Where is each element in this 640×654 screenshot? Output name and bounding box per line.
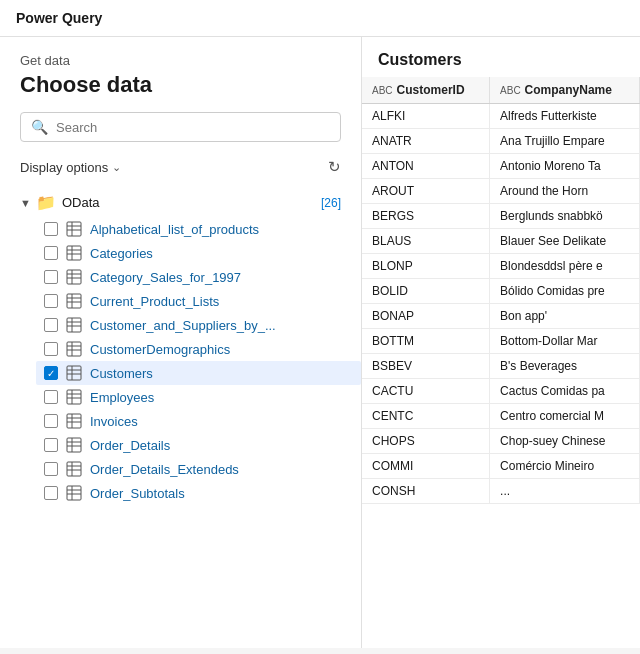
svg-rect-20 (67, 342, 81, 356)
app-title: Power Query (16, 10, 102, 26)
svg-rect-16 (67, 318, 81, 332)
title-bar: Power Query (0, 0, 640, 37)
tree-item-checkbox[interactable] (44, 414, 58, 428)
company-name-cell: Berglunds snabbkö (490, 204, 640, 229)
table-row: BERGSBerglunds snabbkö (362, 204, 640, 229)
display-options-button[interactable]: Display options ⌄ (20, 160, 121, 175)
customer-id-cell: ANATR (362, 129, 490, 154)
tree-item[interactable]: Employees (36, 385, 361, 409)
tree-item-label: Alphabetical_list_of_products (90, 222, 259, 237)
tree-item-label: Categories (90, 246, 153, 261)
tree-item-checkbox[interactable] (44, 486, 58, 500)
folder-name: OData (62, 195, 315, 210)
tree-item-checkbox[interactable]: ✓ (44, 366, 58, 380)
customer-id-cell: CACTU (362, 379, 490, 404)
tree-item-checkbox[interactable] (44, 294, 58, 308)
company-name-cell: Centro comercial M (490, 404, 640, 429)
table-type-icon (66, 365, 82, 381)
folder-row[interactable]: ▼ 📁 OData [26] (0, 188, 361, 217)
customer-id-cell: BOTTM (362, 329, 490, 354)
refresh-icon[interactable]: ↻ (328, 158, 341, 176)
tree-item-checkbox[interactable] (44, 270, 58, 284)
table-type-icon (66, 245, 82, 261)
company-name-cell: Ana Trujillo Empare (490, 129, 640, 154)
tree-item[interactable]: CustomerDemographics (36, 337, 361, 361)
left-panel: Get data Choose data 🔍 Display options ⌄… (0, 37, 362, 648)
tree-item[interactable]: Order_Details_Extendeds (36, 457, 361, 481)
customer-id-cell: BLONP (362, 254, 490, 279)
tree-item[interactable]: Customer_and_Suppliers_by_... (36, 313, 361, 337)
tree-item[interactable]: Order_Subtotals (36, 481, 361, 505)
company-name-cell: Around the Horn (490, 179, 640, 204)
table-row: BSBEVB's Beverages (362, 354, 640, 379)
table-row: COMMIComércio Mineiro (362, 454, 640, 479)
svg-rect-12 (67, 294, 81, 308)
table-type-icon (66, 221, 82, 237)
table-type-icon (66, 293, 82, 309)
company-name-cell: Blauer See Delikate (490, 229, 640, 254)
company-name-cell: Chop-suey Chinese (490, 429, 640, 454)
tree-item[interactable]: ✓ Customers (36, 361, 361, 385)
tree-item-checkbox[interactable] (44, 438, 58, 452)
search-icon: 🔍 (31, 119, 48, 135)
data-table-wrap[interactable]: ABC CustomerID ABC CompanyName ALFKIAlfr… (362, 77, 640, 648)
tree-root: ▼ 📁 OData [26] Alphabetical_list_of_prod… (0, 184, 361, 509)
tree-item-label: Order_Details (90, 438, 170, 453)
table-row: ANTONAntonio Moreno Ta (362, 154, 640, 179)
tree-item-checkbox[interactable] (44, 222, 58, 236)
table-column-header: ABC CompanyName (490, 77, 640, 104)
tree-item[interactable]: Current_Product_Lists (36, 289, 361, 313)
tree-item-label: Order_Subtotals (90, 486, 185, 501)
table-type-icon (66, 437, 82, 453)
svg-rect-24 (67, 366, 81, 380)
tree-item-label: CustomerDemographics (90, 342, 230, 357)
company-name-cell: Cactus Comidas pa (490, 379, 640, 404)
table-row: BOTTMBottom-Dollar Mar (362, 329, 640, 354)
tree-item-checkbox[interactable] (44, 462, 58, 476)
company-name-cell: Blondesddsl père e (490, 254, 640, 279)
customer-id-cell: ALFKI (362, 104, 490, 129)
table-type-icon (66, 269, 82, 285)
tree-item-label: Invoices (90, 414, 138, 429)
company-name-cell: Comércio Mineiro (490, 454, 640, 479)
tree-item[interactable]: Category_Sales_for_1997 (36, 265, 361, 289)
table-type-icon (66, 341, 82, 357)
customer-id-cell: AROUT (362, 179, 490, 204)
svg-rect-28 (67, 390, 81, 404)
display-options-label: Display options (20, 160, 108, 175)
tree-item-checkbox[interactable] (44, 246, 58, 260)
table-row: BOLIDBólido Comidas pre (362, 279, 640, 304)
table-row: BLAUSBlauer See Delikate (362, 229, 640, 254)
display-options-row: Display options ⌄ ↻ (0, 150, 361, 184)
table-type-icon (66, 389, 82, 405)
customer-id-cell: BLAUS (362, 229, 490, 254)
left-header: Get data Choose data 🔍 (0, 37, 361, 150)
tree-item[interactable]: Categories (36, 241, 361, 265)
tree-item-checkbox[interactable] (44, 318, 58, 332)
customer-id-cell: CHOPS (362, 429, 490, 454)
tree-item-checkbox[interactable] (44, 342, 58, 356)
svg-rect-8 (67, 270, 81, 284)
svg-rect-44 (67, 486, 81, 500)
customer-id-cell: BOLID (362, 279, 490, 304)
search-input[interactable] (56, 120, 330, 135)
col-header-label: CustomerID (397, 83, 465, 97)
svg-rect-0 (67, 222, 81, 236)
company-name-cell: B's Beverages (490, 354, 640, 379)
search-box[interactable]: 🔍 (20, 112, 341, 142)
tree-item[interactable]: Invoices (36, 409, 361, 433)
tree-item-checkbox[interactable] (44, 390, 58, 404)
company-name-cell: Bon app' (490, 304, 640, 329)
table-row: CONSH... (362, 479, 640, 504)
col-type-icon: ABC (372, 85, 393, 96)
tree-container: ▼ 📁 OData [26] Alphabetical_list_of_prod… (0, 184, 361, 648)
company-name-cell: Bólido Comidas pre (490, 279, 640, 304)
preview-title: Customers (362, 37, 640, 77)
tree-item[interactable]: Order_Details (36, 433, 361, 457)
customer-id-cell: CONSH (362, 479, 490, 504)
tree-item[interactable]: Alphabetical_list_of_products (36, 217, 361, 241)
svg-rect-32 (67, 414, 81, 428)
table-row: AROUTAround the Horn (362, 179, 640, 204)
company-name-cell: Bottom-Dollar Mar (490, 329, 640, 354)
customer-id-cell: BSBEV (362, 354, 490, 379)
